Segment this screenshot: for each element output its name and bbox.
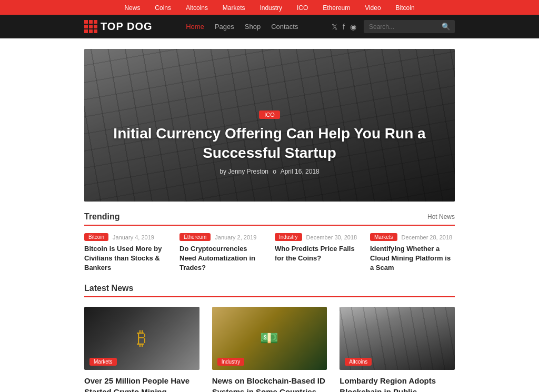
trending-item-1-title[interactable]: Bitcoin is Used More by Civilians than S… — [84, 244, 169, 273]
topnav-altcoins[interactable]: Altcoins — [186, 4, 208, 12]
header: TOP DOG Home Pages Shop Contacts 𝕏 f ◉ 🔍 — [0, 15, 539, 38]
trending-tag-3[interactable]: Industry — [275, 233, 302, 241]
latest-news-header: Latest News — [84, 284, 455, 297]
search-button[interactable]: 🔍 — [437, 20, 455, 33]
hot-news-link[interactable]: Hot News — [427, 213, 455, 220]
topnav-ethereum[interactable]: Ethereum — [323, 4, 350, 12]
card-tag-2[interactable]: Industry — [217, 357, 245, 366]
trending-date-2: January 2, 2019 — [215, 234, 256, 240]
topnav-coins[interactable]: Coins — [155, 4, 171, 12]
trending-item-3: Industry December 30, 2018 Who Predicts … — [275, 233, 360, 273]
logo-grid-icon — [84, 20, 97, 33]
topnav-markets[interactable]: Markets — [223, 4, 245, 12]
news-card-1: ₿ Markets Over 25 Million People Have St… — [84, 307, 199, 392]
header-right: 𝕏 f ◉ 🔍 — [332, 20, 455, 33]
trending-item-3-title[interactable]: Who Predicts Price Falls for the Coins? — [275, 244, 360, 263]
news-card-2-title[interactable]: News on Blockchain-Based ID Systems in S… — [212, 375, 327, 392]
latest-news-title: Latest News — [84, 284, 133, 293]
trending-item-4-meta: Markets December 28, 2018 — [370, 233, 455, 241]
nav-pages[interactable]: Pages — [215, 23, 234, 31]
trending-item-4-title[interactable]: Identifying Whether a Cloud Mining Platf… — [370, 244, 455, 273]
trending-date-4: December 28, 2018 — [402, 234, 453, 240]
news-card-2-image[interactable]: 💵 Industry — [212, 307, 327, 370]
trending-title: Trending — [84, 212, 120, 222]
trending-item-4: Markets December 28, 2018 Identifying Wh… — [370, 233, 455, 273]
trending-header: Trending Hot News — [84, 212, 455, 226]
hero-title: Initial Currency Offering Can Help You R… — [84, 124, 455, 163]
logo-text: TOP DOG — [101, 21, 153, 33]
hero-meta: by Jenny Preston o April 16, 2018 — [84, 168, 455, 175]
news-card-3-image[interactable]: Altcoins — [340, 307, 455, 370]
news-card-2: 💵 Industry News on Blockchain-Based ID S… — [212, 307, 327, 392]
trending-item-1-meta: Bitcoin January 4, 2019 — [84, 233, 169, 241]
trending-tag-2[interactable]: Ethereum — [179, 233, 211, 241]
news-card-1-image[interactable]: ₿ Markets — [84, 307, 199, 370]
topnav-video[interactable]: Video — [365, 4, 381, 12]
social-icons: 𝕏 f ◉ — [332, 23, 356, 31]
hero-section: ICO Initial Currency Offering Can Help Y… — [84, 49, 455, 202]
hero-author: Jenny Preston — [228, 168, 268, 175]
trending-item-2-meta: Ethereum January 2, 2019 — [179, 233, 264, 241]
trending-item-1: Bitcoin January 4, 2019 Bitcoin is Used … — [84, 233, 169, 273]
trending-date-3: December 30, 2018 — [306, 234, 357, 240]
latest-news-grid: ₿ Markets Over 25 Million People Have St… — [84, 307, 455, 392]
nav-home[interactable]: Home — [186, 23, 204, 31]
instagram-icon[interactable]: ◉ — [350, 23, 356, 31]
trending-grid: Bitcoin January 4, 2019 Bitcoin is Used … — [84, 233, 455, 273]
latest-news-section: Latest News ₿ Markets Over 25 Million Pe… — [84, 284, 455, 392]
topnav-news[interactable]: News — [124, 4, 140, 12]
hero-date: April 16, 2018 — [281, 168, 320, 175]
topnav-ico[interactable]: ICO — [297, 4, 308, 12]
trending-item-3-meta: Industry December 30, 2018 — [275, 233, 360, 241]
news-card-3-title[interactable]: Lombardy Region Adopts Blockchain in Pub… — [340, 375, 455, 392]
top-nav: News Coins Altcoins Markets Industry ICO… — [0, 0, 539, 15]
twitter-icon[interactable]: 𝕏 — [332, 23, 337, 31]
trending-section: Trending Hot News Bitcoin January 4, 201… — [84, 212, 455, 273]
news-card-3: Altcoins Lombardy Region Adopts Blockcha… — [340, 307, 455, 392]
logo[interactable]: TOP DOG — [84, 20, 153, 33]
trending-tag-1[interactable]: Bitcoin — [84, 233, 108, 241]
trending-tag-4[interactable]: Markets — [370, 233, 397, 241]
search-input[interactable] — [364, 21, 437, 33]
topnav-industry[interactable]: Industry — [259, 4, 282, 12]
hero-content: ICO Initial Currency Offering Can Help Y… — [84, 110, 455, 175]
card-tag-3[interactable]: Altcoins — [345, 357, 372, 366]
hero-badge[interactable]: ICO — [259, 110, 280, 119]
card-tag-1[interactable]: Markets — [89, 357, 117, 366]
main-nav: Home Pages Shop Contacts — [186, 23, 298, 31]
nav-shop[interactable]: Shop — [245, 23, 261, 31]
hero-dot: o — [273, 168, 276, 175]
search-box: 🔍 — [364, 20, 455, 33]
news-card-1-title[interactable]: Over 25 Million People Have Started Cryp… — [84, 375, 199, 392]
hero-author-label: by — [219, 168, 228, 175]
trending-item-2: Ethereum January 2, 2019 Do Cryptocurren… — [179, 233, 264, 273]
facebook-icon[interactable]: f — [343, 23, 345, 31]
trending-item-2-title[interactable]: Do Cryptocurrencies Need Automatization … — [179, 244, 264, 273]
trending-date-1: January 4, 2019 — [113, 234, 154, 240]
topnav-bitcoin[interactable]: Bitcoin — [396, 4, 415, 12]
nav-contacts[interactable]: Contacts — [271, 23, 298, 31]
